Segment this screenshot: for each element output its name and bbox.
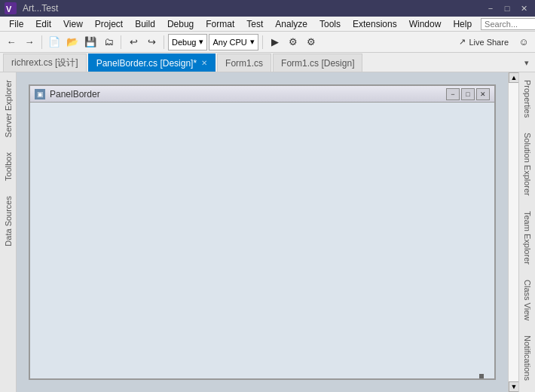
menu-item-test[interactable]: Test xyxy=(240,17,269,31)
title-text: Art...Test xyxy=(23,3,58,14)
menu-item-help[interactable]: Help xyxy=(447,17,478,31)
title-bar-left: V Art...Test xyxy=(5,2,58,14)
tab-label-2: Form1.cs xyxy=(225,58,263,69)
save-button[interactable]: 💾 xyxy=(82,34,99,51)
title-bar-controls: − □ ✕ xyxy=(484,2,530,14)
right-panel-properties[interactable]: Properties xyxy=(520,72,535,125)
separator-1 xyxy=(41,35,42,49)
share-icon: ↗ xyxy=(459,37,466,47)
menu-item-format[interactable]: Format xyxy=(200,17,240,31)
menu-item-analyze[interactable]: Analyze xyxy=(269,17,313,31)
tab-close-1[interactable]: ✕ xyxy=(201,59,207,67)
tab-1[interactable]: PanelBorder.cs [Design]*✕ xyxy=(88,54,216,72)
resize-handle[interactable] xyxy=(479,374,484,378)
feedback-button[interactable]: ☺ xyxy=(515,34,532,51)
menu-item-debug[interactable]: Debug xyxy=(161,17,200,31)
menu-item-extensions[interactable]: Extensions xyxy=(347,17,403,31)
form-icon-symbol: ▣ xyxy=(37,90,44,98)
debug-config-arrow: ▾ xyxy=(199,37,203,47)
close-button[interactable]: ✕ xyxy=(517,2,530,14)
form-title-bar: ▣ PanelBorder − □ ✕ xyxy=(30,86,494,103)
separator-2 xyxy=(121,35,121,49)
search-box[interactable]: 🔍 xyxy=(481,18,535,30)
form-body xyxy=(30,103,494,378)
maximize-button[interactable]: □ xyxy=(500,2,514,14)
platform-label: Any CPU xyxy=(212,38,246,47)
save-all-button[interactable]: 🗂 xyxy=(100,34,117,51)
live-share-label: Live Share xyxy=(469,38,509,47)
menu-item-file[interactable]: File xyxy=(3,17,29,31)
live-share-button[interactable]: ↗ Live Share xyxy=(454,35,514,49)
back-button[interactable]: ← xyxy=(3,34,20,51)
main-area: Server ExplorerToolboxData Sources ▣ Pan… xyxy=(0,72,535,392)
designer-area: ▣ PanelBorder − □ ✕ ▲ ▼ xyxy=(17,72,518,392)
left-panel-toolbox[interactable]: Toolbox xyxy=(1,145,16,188)
title-bar: V Art...Test − □ ✕ xyxy=(0,0,535,17)
form-close-button[interactable]: ✕ xyxy=(476,88,490,100)
platform-arrow: ▾ xyxy=(250,37,255,47)
tab-label-0: richrext.cs [设计] xyxy=(11,57,78,69)
right-panel-notifications[interactable]: Notifications xyxy=(520,328,535,388)
menu-item-tools[interactable]: Tools xyxy=(313,17,347,31)
open-file-button[interactable]: 📂 xyxy=(64,34,81,51)
forward-button[interactable]: → xyxy=(21,34,38,51)
menu-item-view[interactable]: View xyxy=(57,17,89,31)
tab-overflow-button[interactable]: ▾ xyxy=(518,54,535,72)
separator-3 xyxy=(164,35,164,49)
tab-bar: richrext.cs [设计]PanelBorder.cs [Design]*… xyxy=(0,53,535,72)
separator-4 xyxy=(262,35,263,49)
search-input[interactable] xyxy=(485,20,535,29)
form-controls: − □ ✕ xyxy=(446,88,490,100)
form-minimize-button[interactable]: − xyxy=(446,88,460,100)
menu-item-window[interactable]: Window xyxy=(403,17,448,31)
menu-item-build[interactable]: Build xyxy=(129,17,161,31)
platform-dropdown[interactable]: Any CPU ▾ xyxy=(209,34,258,51)
right-panel-class-view[interactable]: Class View xyxy=(520,272,535,328)
form-container: ▣ PanelBorder − □ ✕ xyxy=(29,84,496,380)
toolbar: ← → 📄 📂 💾 🗂 ↩ ↪ Debug ▾ Any CPU ▾ ▶ ⚙ ⚙ … xyxy=(0,32,535,53)
scroll-track[interactable] xyxy=(509,83,518,381)
debug-config-label: Debug xyxy=(172,38,196,47)
right-sidebar: PropertiesSolution ExplorerTeam Explorer… xyxy=(518,72,535,392)
left-panel-server-explorer[interactable]: Server Explorer xyxy=(1,72,16,145)
form-icon: ▣ xyxy=(35,89,45,100)
right-panel-solution-explorer[interactable]: Solution Explorer xyxy=(520,125,535,204)
extra-button[interactable]: ⚙ xyxy=(303,34,319,51)
new-file-button[interactable]: 📄 xyxy=(46,34,63,51)
tab-label-1: PanelBorder.cs [Design]* xyxy=(96,58,197,69)
debug-config-dropdown[interactable]: Debug ▾ xyxy=(168,34,207,51)
attach-button[interactable]: ⚙ xyxy=(285,34,301,51)
left-sidebar: Server ExplorerToolboxData Sources xyxy=(0,72,17,392)
svg-text:V: V xyxy=(6,5,12,14)
redo-button[interactable]: ↪ xyxy=(143,34,160,51)
scroll-up-button[interactable]: ▲ xyxy=(509,72,518,83)
form-maximize-button[interactable]: □ xyxy=(461,88,475,100)
form-title-text: PanelBorder xyxy=(50,89,100,100)
form-title-left: ▣ PanelBorder xyxy=(35,89,100,100)
right-panel-team-explorer[interactable]: Team Explorer xyxy=(520,204,535,272)
menu-item-edit[interactable]: Edit xyxy=(29,17,57,31)
tab-0[interactable]: richrext.cs [设计] xyxy=(3,54,87,72)
menu-bar: FileEditViewProjectBuildDebugFormatTestA… xyxy=(0,17,535,32)
vs-logo-icon: V xyxy=(5,2,17,14)
start-button[interactable]: ▶ xyxy=(267,34,283,51)
menu-item-project[interactable]: Project xyxy=(89,17,129,31)
minimize-button[interactable]: − xyxy=(484,2,497,14)
undo-button[interactable]: ↩ xyxy=(125,34,142,51)
scroll-down-button[interactable]: ▼ xyxy=(509,381,518,392)
designer-vscrollbar[interactable]: ▲ ▼ xyxy=(508,72,518,392)
left-panel-data-sources[interactable]: Data Sources xyxy=(1,188,16,254)
tab-3[interactable]: Form1.cs [Design] xyxy=(273,54,362,72)
tab-label-3: Form1.cs [Design] xyxy=(281,58,354,69)
tab-2[interactable]: Form1.cs xyxy=(217,54,271,72)
